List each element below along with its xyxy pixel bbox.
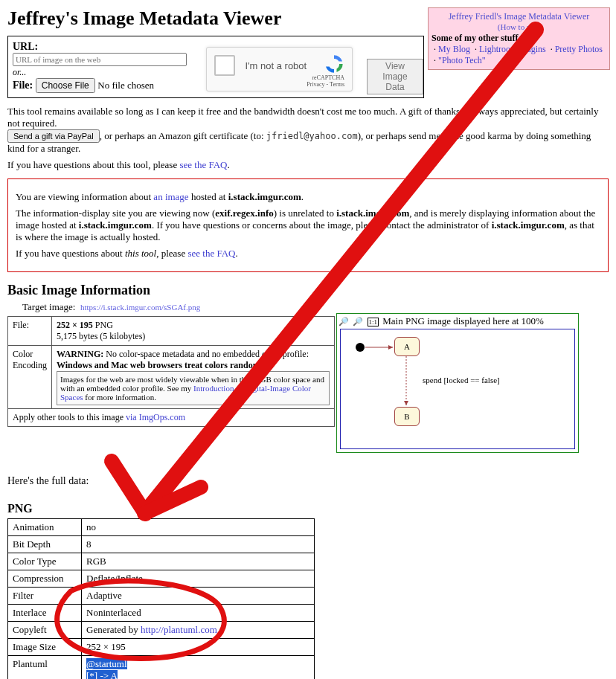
target-image-line: Target image: https://i.stack.imgur.com/… (22, 301, 609, 313)
recaptcha-text: I'm not a robot (246, 60, 307, 71)
sidebar-title: Jeffrey Friedl's Image Metadata Viewer (431, 11, 606, 22)
lightroom-plugins-link[interactable]: Lightroom plugins (479, 44, 546, 54)
table-row: ColorEncoding WARNING: No color-space me… (8, 346, 335, 409)
basic-info-table: File: 252 × 195 PNG5,175 bytes (5 kiloby… (7, 316, 335, 427)
recaptcha-checkbox[interactable] (214, 55, 235, 76)
faq-link[interactable]: see the FAQ (179, 159, 227, 170)
table-row: Animationno (8, 519, 315, 536)
recaptcha-widget[interactable]: I'm not a robot reCAPTCHA Privacy - Term… (206, 47, 353, 91)
png-section-heading: PNG (7, 502, 609, 515)
faq-para: If you have questions about this tool, p… (7, 159, 609, 171)
table-row: Image Size252 × 195 (8, 639, 315, 656)
imgops-link[interactable]: via ImgOps.com (126, 412, 185, 422)
url-label: URL: (13, 41, 38, 52)
zoom-out-icon[interactable]: 🔎 (353, 317, 363, 326)
host-info-box: You are viewing information about an ima… (7, 178, 609, 272)
plantuml-link[interactable]: http://plantuml.com (141, 624, 217, 635)
table-row: FilterAdaptive (8, 588, 315, 605)
svg-marker-1 (388, 345, 393, 350)
plantuml-source-line[interactable]: @startuml (86, 658, 127, 669)
full-data-intro: Here's the full data: (7, 475, 609, 487)
table-row: Plantuml @startuml [*] -> A A --> B : sp… (8, 656, 315, 680)
table-row: File: 252 × 195 PNG5,175 bytes (5 kiloby… (8, 317, 335, 346)
table-row: InterlaceNoninterlaced (8, 605, 315, 622)
or-text: or... (13, 67, 26, 77)
plantuml-source-line[interactable]: [*] -> A (86, 670, 118, 679)
file-status-text: No file chosen (97, 80, 154, 91)
table-row: Bit Depth8 (8, 536, 315, 553)
diagram-preview: A B spend [locked == false] (340, 329, 575, 449)
faq-link-2[interactable]: see the FAQ (187, 248, 235, 259)
file-label: File: (13, 80, 33, 91)
table-row: Color TypeRGB (8, 553, 315, 570)
photo-tech-link[interactable]: "Photo Tech" (438, 55, 486, 65)
howto-link[interactable]: (How to use) (431, 22, 606, 31)
table-row: Apply other tools to this image via ImgO… (8, 409, 335, 427)
target-image-link[interactable]: https://i.stack.imgur.com/sSGAf.png (80, 303, 200, 312)
my-blog-link[interactable]: My Blog (438, 44, 470, 54)
view-image-data-button[interactable]: View Image Data (367, 59, 423, 94)
other-stuff-links: · My Blog · Lightroom plugins · Pretty P… (431, 44, 606, 66)
table-row: CompressionDeflate/Inflate (8, 570, 315, 588)
input-form-box: URL: or... File: Choose File No file cho… (7, 36, 424, 98)
basic-info-heading: Basic Image Information (7, 283, 609, 298)
intro-para: This tool remains available so long as I… (7, 106, 609, 155)
zoom-in-icon[interactable]: 🔎 (339, 317, 349, 326)
actual-size-icon[interactable]: 1:1 (368, 318, 379, 326)
sidebar-info-box: Jeffrey Friedl's Image Metadata Viewer (… (428, 7, 610, 70)
pretty-photos-link[interactable]: Pretty Photos (555, 44, 603, 54)
paypal-button[interactable]: Send a gift via PayPal (7, 129, 100, 143)
url-input[interactable] (13, 53, 187, 66)
table-row: CopyleftGenerated by http://plantuml.com (8, 622, 315, 639)
diagram-edge-label: spend [locked == false] (423, 376, 500, 384)
svg-marker-3 (404, 401, 408, 405)
choose-file-button[interactable]: Choose File (36, 78, 95, 93)
preview-caption: Main PNG image displayed here at 100% (382, 315, 544, 326)
image-preview-box: 🔎 🔎 1:1 Main PNG image displayed here at… (336, 313, 579, 453)
an-image-link[interactable]: an image (153, 191, 188, 202)
png-metadata-table: Animationno Bit Depth8 Color TypeRGB Com… (7, 518, 315, 679)
other-stuff-label: Some of my other stuff (431, 33, 606, 44)
